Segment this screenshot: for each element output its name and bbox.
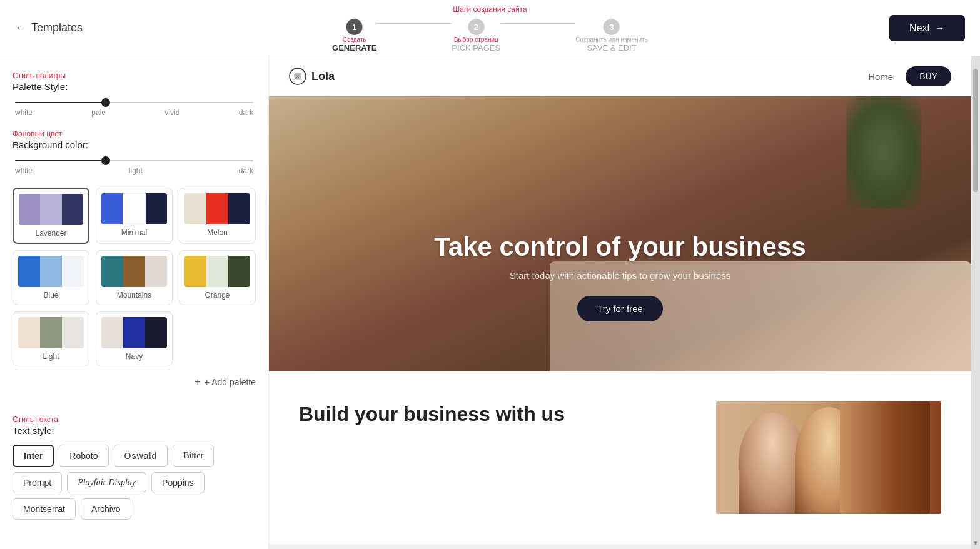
palette-orange-name: Orange (205, 291, 230, 300)
palette-label-white: white (15, 108, 33, 117)
palette-lavender[interactable]: Lavender (13, 188, 89, 244)
palette-blue[interactable]: Blue (13, 250, 89, 305)
back-icon: ← (15, 21, 26, 34)
font-montserrat-button[interactable]: Montserrat (13, 498, 76, 520)
site-logo: Lola (289, 68, 335, 85)
bg-slider-thumb[interactable] (101, 156, 110, 165)
font-poppins-button[interactable]: Poppins (151, 472, 205, 493)
font-playfair-button[interactable]: Playfair Display (67, 472, 146, 493)
swatch (184, 193, 206, 224)
font-prompt-button[interactable]: Prompt (13, 472, 62, 493)
people-photo-sim (716, 401, 941, 514)
step-1-sub: Создать (343, 36, 366, 43)
swatch (18, 256, 40, 287)
palette-navy[interactable]: Navy (96, 311, 173, 366)
sidebar: Стиль палитры Palette Style: white pale … (0, 56, 269, 549)
palette-light[interactable]: Light (13, 311, 89, 366)
palette-label-vivid: vivid (164, 108, 179, 117)
second-text: Build your business with us (299, 401, 691, 426)
palette-navy-swatches (101, 317, 167, 348)
preview-frame[interactable]: Lola Home BUY (269, 56, 980, 549)
step-3: 3 Сохранить или изменить SAVE & EDIT (575, 19, 648, 53)
swatch (145, 317, 167, 348)
next-label: Next (909, 23, 930, 34)
palette-minimal-name: Minimal (121, 228, 147, 237)
bg-color-label: Фоновый цвет (13, 129, 256, 138)
text-style-label: Стиль текста (13, 415, 256, 424)
palette-light-name: Light (43, 352, 59, 361)
palette-blue-name: Blue (43, 291, 58, 300)
second-title: Build your business with us (299, 401, 691, 426)
nav-buy-button[interactable]: BUY (906, 66, 951, 86)
palette-slider-track[interactable] (15, 102, 253, 103)
palette-melon[interactable]: Melon (179, 188, 256, 244)
hero-content: Take control of your business Start toda… (433, 231, 808, 321)
swatch (40, 256, 62, 287)
swatch (40, 194, 61, 225)
hero-section: Take control of your business Start toda… (269, 96, 971, 371)
logo-icon (289, 68, 306, 85)
step-line-1 (376, 23, 452, 24)
step-3-main: SAVE & EDIT (587, 43, 636, 53)
step-3-circle: 3 (604, 19, 620, 35)
swatch (123, 317, 145, 348)
palette-mountains[interactable]: Mountains (96, 250, 173, 305)
palette-slider-thumb[interactable] (101, 98, 110, 107)
plant-decoration (846, 96, 921, 209)
next-arrow-icon: → (935, 23, 945, 34)
palette-minimal[interactable]: Minimal (96, 188, 173, 244)
swatch (19, 194, 40, 225)
swatch (62, 194, 83, 225)
text-style-title: Text style: (13, 425, 256, 436)
steps-wizard: Шаги создания сайта 1 Создать GENERATE 2… (332, 5, 648, 53)
plus-icon: + (195, 376, 201, 388)
palettes-grid: Lavender Minimal Melon (13, 188, 256, 366)
font-bitter-button[interactable]: Bitter (173, 445, 214, 467)
swatch (145, 256, 167, 287)
palette-melon-name: Melon (207, 228, 228, 237)
back-button[interactable]: ← Templates (15, 21, 115, 34)
scrollbar-thumb[interactable] (973, 69, 978, 192)
site-nav: Lola Home BUY (269, 56, 971, 96)
templates-label: Templates (31, 21, 83, 34)
add-palette-button[interactable]: + + Add palette (195, 376, 256, 388)
font-oswald-button[interactable]: Oswald (114, 445, 168, 467)
palette-light-swatches (18, 317, 84, 348)
step-1: 1 Создать GENERATE (332, 19, 376, 53)
palette-navy-name: Navy (126, 352, 143, 361)
swatch (18, 317, 40, 348)
step-2-main: PICK PAGES (452, 43, 500, 53)
swatch (123, 256, 145, 287)
bg-label-white: white (15, 166, 33, 175)
palette-minimal-swatches (101, 193, 167, 224)
palette-label-pale: pale (91, 108, 106, 117)
palette-style-title: Palette Style: (13, 81, 256, 92)
palette-orange[interactable]: Orange (179, 250, 256, 305)
font-inter-button[interactable]: Inter (13, 445, 54, 467)
logo-text: Lola (311, 70, 335, 83)
palette-orange-swatches (184, 256, 250, 287)
scroll-arrows: ▼ (972, 540, 979, 546)
font-roboto-button[interactable]: Roboto (59, 445, 108, 467)
font-archivo-button[interactable]: Archivo (81, 498, 131, 520)
scrollbar-track[interactable]: ▼ (971, 56, 980, 549)
palette-slider-container: white pale vivid dark (13, 102, 256, 117)
palette-label-dark: dark (239, 108, 253, 117)
swatch (206, 193, 228, 224)
swatch (101, 317, 123, 348)
swatch (101, 193, 123, 224)
bg-label-dark: dark (239, 166, 253, 175)
swatch (184, 256, 206, 287)
palette-mountains-swatches (101, 256, 167, 287)
swatch (101, 256, 123, 287)
hero-cta-button[interactable]: Try for free (577, 296, 663, 321)
palette-style-label: Стиль палитры (13, 71, 256, 80)
bg-slider-track[interactable] (15, 160, 253, 161)
step-2: 2 Выбор страниц PICK PAGES (452, 19, 500, 53)
palette-blue-swatches (18, 256, 84, 287)
next-button[interactable]: Next → (889, 15, 965, 41)
bg-label-light: light (129, 166, 143, 175)
site-nav-right: Home BUY (868, 66, 951, 86)
main-layout: Стиль палитры Palette Style: white pale … (0, 56, 980, 549)
nav-home: Home (868, 71, 893, 82)
